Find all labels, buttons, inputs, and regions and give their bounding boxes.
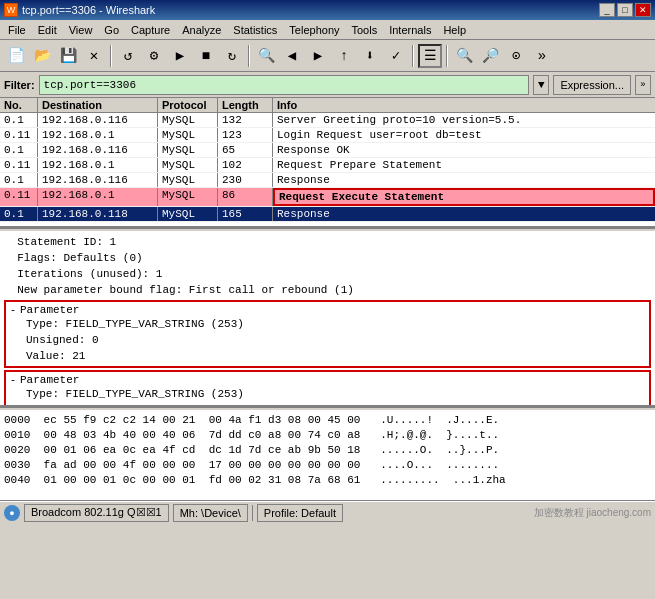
- toolbar-sep3: [412, 45, 414, 67]
- parameter-type-2: Type: FIELD_TYPE_VAR_STRING (253): [26, 386, 645, 402]
- parameter-type-1: Type: FIELD_TYPE_VAR_STRING (253): [26, 316, 645, 332]
- packet-detail[interactable]: Statement ID: 1 Flags: Defaults (0) Iter…: [0, 232, 655, 407]
- hex-row: 0000 ec 55 f9 c2 c2 14 00 21 00 4a f1 d3…: [4, 413, 651, 428]
- menu-capture[interactable]: Capture: [125, 22, 176, 38]
- open-button[interactable]: 📂: [30, 44, 54, 68]
- filter-extra-arrow: »: [640, 80, 645, 90]
- detail-line: Iterations (unused): 1: [4, 266, 651, 282]
- filter-dropdown-button[interactable]: ▼: [533, 75, 549, 95]
- expression-button[interactable]: Expression...: [553, 75, 631, 95]
- filter-label: Filter:: [4, 79, 35, 91]
- close-capture-button[interactable]: ✕: [82, 44, 106, 68]
- watermark-text: 加密数教程 jiaocheng.com: [534, 506, 651, 520]
- parameter-label-2: Parameter: [20, 374, 79, 386]
- profile-label: Profile: Default: [257, 504, 343, 522]
- capture-options-button[interactable]: ⚙: [142, 44, 166, 68]
- device-label: Mh: \Device\: [173, 504, 248, 522]
- table-row[interactable]: 0.1 192.168.0.116 MySQL 230 Response: [0, 173, 655, 188]
- table-row[interactable]: 0.11 192.168.0.1 MySQL 102 Request Prepa…: [0, 158, 655, 173]
- menu-bar: File Edit View Go Capture Analyze Statis…: [0, 20, 655, 40]
- maximize-button[interactable]: □: [617, 3, 633, 17]
- menu-tools[interactable]: Tools: [346, 22, 384, 38]
- go-to-button[interactable]: ↑: [332, 44, 356, 68]
- packet-list-header: No. Destination Protocol Length Info: [0, 98, 655, 113]
- parameter-section-1: - Parameter Type: FIELD_TYPE_VAR_STRING …: [4, 300, 651, 368]
- menu-statistics[interactable]: Statistics: [227, 22, 283, 38]
- profile-text: Profile: Default: [264, 507, 336, 519]
- network-icon-symbol: ●: [9, 508, 14, 518]
- parameter-section-border-2: - Parameter Type: FIELD_TYPE_VAR_STRING …: [4, 370, 651, 407]
- status-divider: [252, 505, 253, 521]
- title-bar: W tcp.port==3306 - Wireshark _ □ ✕: [0, 0, 655, 20]
- menu-telephony[interactable]: Telephony: [283, 22, 345, 38]
- expand-icon-2: -: [10, 375, 16, 386]
- parameter-content-2: Type: FIELD_TYPE_VAR_STRING (253) Unsign…: [10, 386, 645, 407]
- network-status-icon: ●: [4, 505, 20, 521]
- table-row[interactable]: 0.11 192.168.0.1 MySQL 86 Request Execut…: [0, 188, 655, 207]
- menu-help[interactable]: Help: [437, 22, 472, 38]
- close-button[interactable]: ✕: [635, 3, 651, 17]
- reload-button[interactable]: ↺: [116, 44, 140, 68]
- hex-row: 0010 00 48 03 4b 40 00 40 06 7d dd c0 a8…: [4, 428, 651, 443]
- toolbar-sep4: [446, 45, 448, 67]
- new-capture-button[interactable]: 📄: [4, 44, 28, 68]
- col-header-len: Length: [218, 98, 273, 112]
- status-bar: ● Broadcom 802.11g Q☒☒1 Mh: \Device\ Pro…: [0, 501, 655, 523]
- col-header-info: Info: [273, 98, 655, 112]
- start-capture-button[interactable]: ▶: [168, 44, 192, 68]
- hex-row: 0030 fa ad 00 00 4f 00 00 00 17 00 00 00…: [4, 458, 651, 473]
- title-bar-text: tcp.port==3306 - Wireshark: [22, 4, 155, 16]
- col-header-no: No.: [0, 98, 38, 112]
- find-packet-button[interactable]: 🔍: [254, 44, 278, 68]
- hex-row: 0040 01 00 00 01 0c 00 00 01 fd 00 02 31…: [4, 473, 651, 488]
- table-row[interactable]: 0.1 192.168.0.116 MySQL 65 Response OK: [0, 143, 655, 158]
- parameter-header-2[interactable]: - Parameter: [10, 374, 645, 386]
- stop-capture-button[interactable]: ■: [194, 44, 218, 68]
- parameter-section-border-1: - Parameter Type: FIELD_TYPE_VAR_STRING …: [4, 300, 651, 368]
- parameter-unsigned-1: Unsigned: 0: [26, 332, 645, 348]
- detail-line: New parameter bound flag: First call or …: [4, 282, 651, 298]
- packet-list[interactable]: No. Destination Protocol Length Info 0.1…: [0, 98, 655, 228]
- table-row[interactable]: 0.11 192.168.0.1 MySQL 123 Login Request…: [0, 128, 655, 143]
- title-bar-controls: _ □ ✕: [599, 3, 651, 17]
- reset-zoom-button[interactable]: ⊙: [504, 44, 528, 68]
- network-label: Broadcom 802.11g Q☒☒1: [24, 504, 169, 522]
- table-row[interactable]: 0.1 192.168.0.118 MySQL 165 Response: [0, 207, 655, 222]
- menu-internals[interactable]: Internals: [383, 22, 437, 38]
- menu-view[interactable]: View: [63, 22, 99, 38]
- parameter-label-1: Parameter: [20, 304, 79, 316]
- menu-file[interactable]: File: [2, 22, 32, 38]
- network-adapter-text: Broadcom 802.11g Q☒☒1: [31, 506, 162, 519]
- parameter-section-2: - Parameter Type: FIELD_TYPE_VAR_STRING …: [4, 370, 651, 407]
- toolbar-sep2: [248, 45, 250, 67]
- device-text: Mh: \Device\: [180, 507, 241, 519]
- save-button[interactable]: 💾: [56, 44, 80, 68]
- mark-button[interactable]: ✓: [384, 44, 408, 68]
- more-toolbar-button[interactable]: »: [530, 44, 554, 68]
- zoom-out-button[interactable]: 🔎: [478, 44, 502, 68]
- table-row[interactable]: 0.1 192.168.0.116 MySQL 132 Server Greet…: [0, 113, 655, 128]
- col-header-proto: Protocol: [158, 98, 218, 112]
- list-view-button[interactable]: ☰: [418, 44, 442, 68]
- menu-go[interactable]: Go: [98, 22, 125, 38]
- app-icon: W: [4, 3, 18, 17]
- parameter-value-1: Value: 21: [26, 348, 645, 364]
- filter-input[interactable]: [39, 75, 530, 95]
- parameter-content-1: Type: FIELD_TYPE_VAR_STRING (253) Unsign…: [10, 316, 645, 364]
- hex-row: 0020 00 01 06 ea 0c ea 4f cd dc 1d 7d ce…: [4, 443, 651, 458]
- go-back-button[interactable]: ⬇: [358, 44, 382, 68]
- minimize-button[interactable]: _: [599, 3, 615, 17]
- filter-dropdown-arrow: ▼: [538, 79, 545, 91]
- parameter-header-1[interactable]: - Parameter: [10, 304, 645, 316]
- restart-button[interactable]: ↻: [220, 44, 244, 68]
- filter-extra-button[interactable]: »: [635, 75, 651, 95]
- zoom-in-button[interactable]: 🔍: [452, 44, 476, 68]
- prev-button[interactable]: ◀: [280, 44, 304, 68]
- toolbar: 📄 📂 💾 ✕ ↺ ⚙ ▶ ■ ↻ 🔍 ◀ ▶ ↑ ⬇ ✓ ☰ 🔍 🔎 ⊙ »: [0, 40, 655, 72]
- next-button[interactable]: ▶: [306, 44, 330, 68]
- hex-dump[interactable]: 0000 ec 55 f9 c2 c2 14 00 21 00 4a f1 d3…: [0, 411, 655, 501]
- expand-icon-1: -: [10, 305, 16, 316]
- filter-bar: Filter: ▼ Expression... »: [0, 72, 655, 98]
- menu-analyze[interactable]: Analyze: [176, 22, 227, 38]
- menu-edit[interactable]: Edit: [32, 22, 63, 38]
